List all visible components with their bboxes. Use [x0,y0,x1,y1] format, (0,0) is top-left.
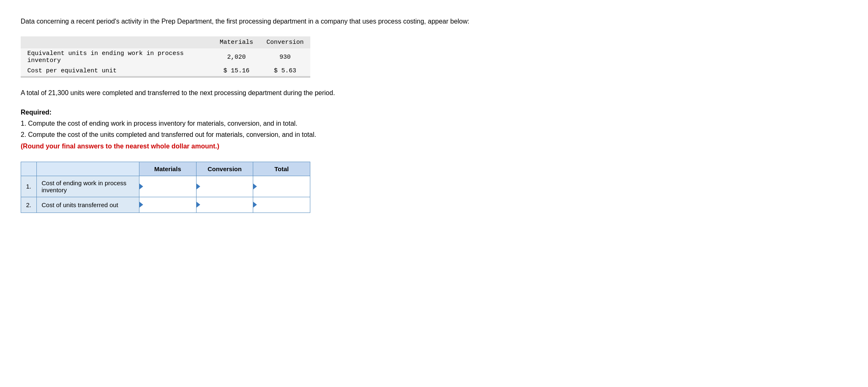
row1-label: Equivalent units in ending work in proce… [21,48,213,66]
data-table-header-materials: Materials [213,36,260,48]
answer-table-header-row: Materials Conversion Total [21,162,310,176]
answer-header-total: Total [253,162,310,176]
answer-row-1: 1. Cost of ending work in process invent… [21,176,310,197]
data-table-footer [21,76,310,78]
answer-row2-num: 2. [21,197,37,213]
answer-row1-materials-cell[interactable] [139,176,196,197]
answer-row1-total-cell[interactable] [253,176,310,197]
answer-row2-materials-input[interactable] [150,201,191,209]
answer-row2-total-input[interactable] [264,201,305,209]
triangle-icon-r2c [197,202,200,208]
answer-row1-total-input[interactable] [264,182,305,191]
triangle-icon-r1m [139,184,143,189]
answer-table: Materials Conversion Total 1. Cost of en… [21,162,310,213]
answer-row1-label: Cost of ending work in process inventory [36,176,139,197]
table-row: Equivalent units in ending work in proce… [21,48,310,66]
data-table-header-row: Materials Conversion [21,36,310,48]
required-section: Required: 1. Compute the cost of ending … [21,107,393,152]
answer-row2-total-cell[interactable] [253,197,310,213]
answer-header-num [21,162,37,176]
answer-row1-materials-input[interactable] [150,182,191,191]
answer-table-container: Materials Conversion Total 1. Cost of en… [21,162,310,213]
required-item2: 2. Compute the cost of the units complet… [21,129,393,140]
data-table: Materials Conversion Equivalent units in… [21,36,310,78]
row2-label: Cost per equivalent unit [21,66,213,76]
answer-header-conversion: Conversion [196,162,253,176]
answer-row1-num: 1. [21,176,37,197]
answer-row-2: 2. Cost of units transferred out [21,197,310,213]
data-table-header-conversion: Conversion [260,36,310,48]
required-heading: Required: [21,109,52,116]
answer-header-materials: Materials [139,162,196,176]
answer-header-label [36,162,139,176]
row2-materials: $ 15.16 [213,66,260,76]
triangle-icon-r2m [139,202,143,208]
row1-conversion: 930 [260,48,310,66]
row1-materials: 2,020 [213,48,260,66]
intro-paragraph: Data concerning a recent period's activi… [21,17,600,26]
data-table-container: Materials Conversion Equivalent units in… [21,36,310,78]
row2-conversion: $ 5.63 [260,66,310,76]
data-table-header-empty [21,36,213,48]
triangle-icon-r1t [253,184,257,189]
data-table-footer-cell [21,76,310,78]
answer-row2-conversion-input[interactable] [207,201,248,209]
answer-row2-conversion-cell[interactable] [196,197,253,213]
triangle-icon-r1c [197,184,200,189]
table-row: Cost per equivalent unit $ 15.16 $ 5.63 [21,66,310,76]
triangle-icon-r2t [253,202,257,208]
transfer-text: A total of 21,300 units were completed a… [21,89,434,97]
round-note: (Round your final answers to the nearest… [21,141,393,152]
answer-row2-materials-cell[interactable] [139,197,196,213]
answer-row2-label: Cost of units transferred out [36,197,139,213]
required-item1: 1. Compute the cost of ending work in pr… [21,118,393,129]
answer-row1-conversion-input[interactable] [207,182,248,191]
answer-row1-conversion-cell[interactable] [196,176,253,197]
